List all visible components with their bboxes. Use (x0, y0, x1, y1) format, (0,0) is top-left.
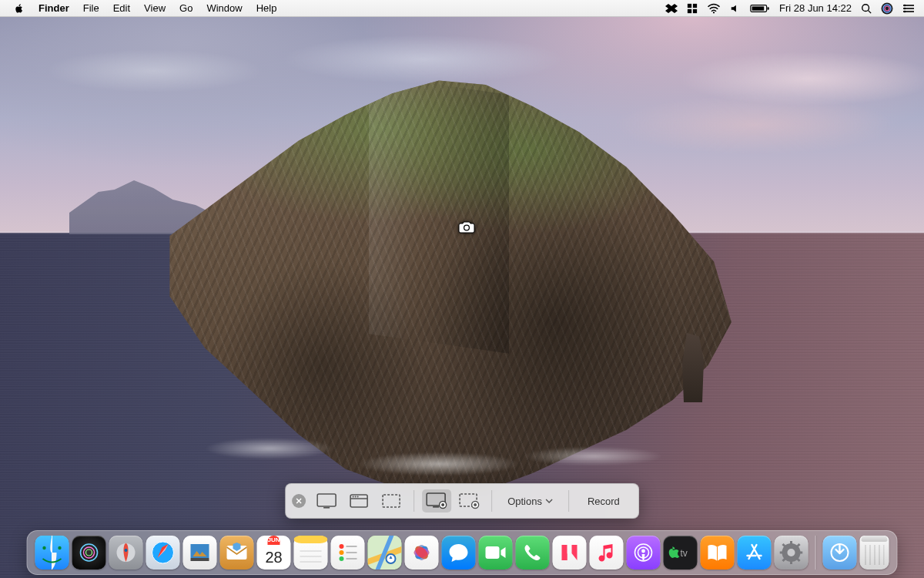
menubar-app-name[interactable]: Finder (32, 0, 75, 17)
dock-app-finder[interactable] (35, 536, 69, 570)
capture-entire-screen-button[interactable] (312, 489, 341, 512)
preview-icon (189, 541, 212, 564)
record-entire-screen-button[interactable] (422, 489, 451, 512)
capture-selection-icon (381, 493, 401, 509)
svg-point-42 (125, 549, 128, 552)
calendar-day-label: 28 (265, 545, 282, 570)
camera-icon (458, 220, 475, 234)
dock-app-calendar[interactable]: JUN 28 (257, 536, 291, 570)
podcasts-icon (633, 542, 654, 563)
calendar-month-label: JUN (267, 536, 280, 545)
svg-point-25 (355, 496, 357, 498)
menu-help[interactable]: Help (250, 0, 283, 17)
svg-line-9 (869, 10, 872, 13)
screenshot-toolbar-close-button[interactable] (292, 494, 306, 508)
system-preferences-icon (780, 541, 803, 564)
svg-text:tv: tv (681, 548, 688, 559)
dock-app-books[interactable] (701, 536, 735, 570)
siri-icon (78, 541, 101, 564)
dock-app-preview[interactable] (183, 536, 217, 570)
close-icon (296, 498, 302, 504)
dock-app-photos[interactable] (405, 536, 439, 570)
siri-menubar-icon[interactable] (881, 2, 893, 15)
dock-app-mail[interactable] (220, 536, 254, 570)
volume-status-icon[interactable] (730, 3, 741, 14)
finder-icon (35, 536, 69, 570)
notification-center-icon[interactable] (902, 3, 915, 14)
svg-rect-46 (191, 558, 209, 561)
capture-window-icon (349, 493, 369, 509)
dropbox-status-icon[interactable] (665, 3, 678, 14)
dock-app-launchpad[interactable] (109, 536, 143, 570)
svg-rect-68 (486, 546, 500, 559)
dock-downloads-stack[interactable] (823, 536, 857, 570)
battery-status-icon[interactable] (750, 3, 770, 14)
dock-app-siri[interactable] (72, 536, 106, 570)
dock-app-appstore[interactable] (738, 536, 772, 570)
safari-icon (150, 539, 176, 566)
record-label: Record (588, 496, 620, 507)
menubar: Finder File Edit View Go Window Help Fri… (0, 0, 924, 17)
apple-logo-icon (14, 3, 25, 14)
menu-go[interactable]: Go (173, 0, 199, 17)
apple-menu[interactable] (8, 3, 31, 14)
dock-separator (815, 536, 816, 570)
svg-rect-6 (752, 6, 765, 10)
books-icon (706, 543, 729, 563)
menu-window[interactable]: Window (200, 0, 248, 17)
notes-icon (294, 536, 328, 570)
phone-icon (523, 543, 543, 563)
dock-app-reminders[interactable] (331, 536, 365, 570)
svg-point-54 (340, 556, 344, 561)
dock-app-messages[interactable] (442, 536, 476, 570)
chevron-down-icon (545, 499, 553, 503)
dock-app-tv[interactable]: tv (664, 536, 698, 570)
dock-app-facetime[interactable] (479, 536, 513, 570)
mail-icon (226, 543, 249, 563)
menubar-clock[interactable]: Fri 28 Jun 14:22 (779, 2, 852, 14)
svg-point-17 (904, 7, 906, 9)
record-selection-button[interactable] (454, 489, 484, 512)
svg-rect-2 (688, 8, 691, 12)
svg-rect-29 (433, 506, 439, 508)
spotlight-icon[interactable] (861, 3, 872, 14)
screenshot-record-button[interactable]: Record (575, 496, 632, 507)
dock-app-news[interactable] (553, 536, 587, 570)
svg-point-24 (353, 496, 354, 498)
dock-app-notes[interactable] (294, 536, 328, 570)
svg-line-81 (797, 558, 800, 561)
svg-point-52 (340, 544, 344, 549)
menu-edit[interactable]: Edit (107, 0, 136, 17)
capture-window-button[interactable] (344, 489, 373, 512)
dock-app-phone[interactable] (516, 536, 550, 570)
dock-app-safari[interactable] (146, 536, 180, 570)
svg-point-75 (788, 549, 795, 556)
menu-extra-grid-icon[interactable] (687, 3, 698, 14)
screenshot-options-button[interactable]: Options (498, 496, 562, 507)
svg-point-40 (86, 549, 92, 556)
photos-icon (410, 540, 434, 565)
svg-point-31 (441, 503, 444, 506)
wifi-status-icon[interactable] (707, 3, 721, 14)
downloads-icon (830, 543, 850, 563)
capture-selection-button[interactable] (377, 489, 406, 512)
svg-point-37 (58, 546, 61, 549)
menu-view[interactable]: View (138, 0, 172, 17)
svg-line-80 (783, 544, 786, 547)
dock-app-podcasts[interactable] (627, 536, 661, 570)
dock-trash[interactable] (860, 536, 889, 570)
menu-file[interactable]: File (77, 0, 105, 17)
svg-rect-27 (383, 495, 400, 507)
svg-point-16 (904, 4, 906, 6)
svg-rect-20 (317, 494, 336, 506)
svg-line-83 (797, 544, 800, 547)
dock-app-music[interactable] (590, 536, 624, 570)
messages-icon (447, 542, 470, 563)
facetime-icon (484, 544, 507, 561)
svg-point-26 (357, 496, 359, 498)
dock-app-maps[interactable] (368, 536, 402, 570)
news-icon (559, 542, 581, 563)
app-store-icon (744, 542, 765, 563)
launchpad-icon (115, 541, 138, 564)
dock-app-system-preferences[interactable] (775, 536, 808, 570)
